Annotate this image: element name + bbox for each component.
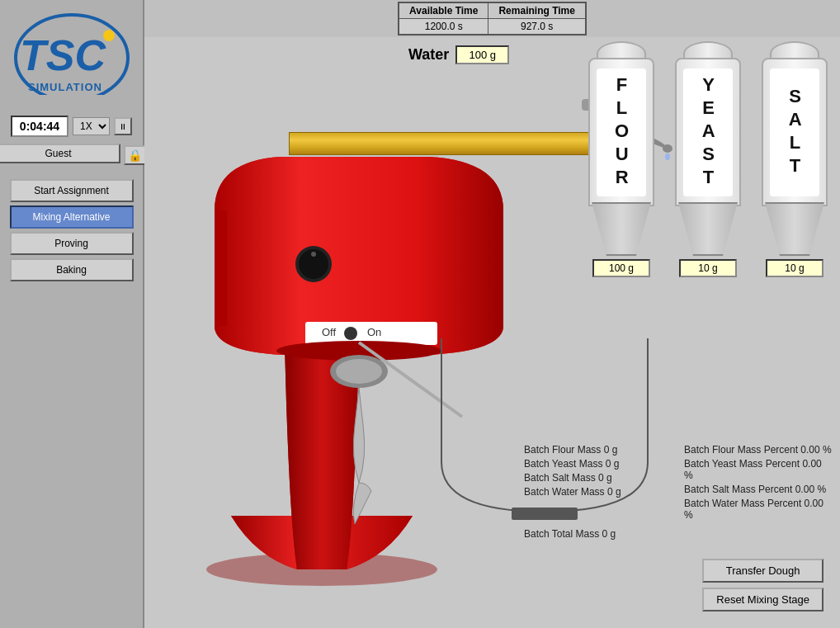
water-area: Water: [408, 45, 509, 64]
svg-text:SIMULATION: SIMULATION: [28, 81, 102, 93]
salt-canister: SALT: [757, 41, 832, 256]
yeast-canister: YEAST: [671, 41, 745, 256]
yeast-container: YEAST: [671, 41, 745, 277]
flour-container: FLOUR: [584, 41, 658, 277]
svg-point-13: [311, 252, 316, 257]
batch-salt-percent: Batch Salt Mass Percent 0.00 %: [684, 484, 832, 495]
salt-amount[interactable]: [766, 259, 823, 277]
yeast-canister-bottom: [671, 202, 745, 256]
salt-label: SALT: [785, 86, 805, 178]
nav-baking[interactable]: Baking: [10, 258, 134, 281]
timer-row: 0:04:44 1X 2X 4X ⏸: [11, 116, 132, 137]
yeast-label: YEAST: [698, 74, 718, 190]
salt-canister-bottom: [757, 202, 832, 256]
water-input[interactable]: [455, 45, 509, 64]
available-time-header: Available Time: [399, 2, 488, 19]
top-bar: Available Time Remaining Time 1200.0 s 9…: [144, 0, 840, 37]
batch-yeast-percent: Batch Yeast Mass Percent 0.00 %: [684, 458, 832, 481]
batch-total-mass: Batch Total Mass 0 g: [524, 528, 616, 540]
flour-canister: FLOUR: [584, 41, 658, 256]
timer-display: 0:04:44: [11, 116, 68, 137]
nav-start-assignment[interactable]: Start Assignment: [10, 179, 134, 202]
batch-water-mass: Batch Water Mass 0 g: [524, 486, 672, 498]
transfer-dough-button[interactable]: Transfer Dough: [702, 559, 823, 583]
remaining-time-header: Remaining Time: [488, 2, 586, 19]
pause-button[interactable]: ⏸: [114, 117, 132, 135]
yeast-amount[interactable]: [679, 259, 737, 277]
nav-proving[interactable]: Proving: [10, 232, 134, 255]
nav-mixing-alternative[interactable]: Mixing Alternative: [10, 205, 134, 229]
flour-canister-body: FLOUR: [588, 58, 654, 206]
batch-left-col: Batch Flour Mass 0 g Batch Yeast Mass 0 …: [524, 444, 672, 523]
sidebar: TSC SIMULATION 0:04:44 1X 2X 4X ⏸ Guest …: [0, 0, 144, 628]
reset-mixing-button[interactable]: Reset Mixing Stage: [702, 588, 823, 611]
svg-text:TSC: TSC: [20, 31, 106, 79]
logo-area: TSC SIMULATION: [10, 8, 134, 107]
water-label: Water: [408, 46, 449, 64]
action-buttons: Transfer Dough Reset Mixing Stage: [702, 559, 823, 611]
main-area: Water: [144, 37, 840, 628]
batch-yeast-mass: Batch Yeast Mass 0 g: [524, 458, 672, 470]
batch-info: Batch Flour Mass 0 g Batch Yeast Mass 0 …: [524, 444, 832, 545]
svg-point-2: [103, 30, 115, 41]
batch-flour-percent: Batch Flour Mass Percent 0.00 %: [684, 444, 832, 456]
flour-label: FLOUR: [611, 74, 631, 190]
ingredients-area: FLOUR YEAST: [584, 41, 832, 277]
salt-container: SALT: [757, 41, 832, 277]
svg-text:On: On: [367, 326, 381, 338]
svg-rect-18: [215, 210, 227, 326]
batch-right-col: Batch Flour Mass Percent 0.00 % Batch Ye…: [684, 444, 832, 523]
flour-canister-bottom: [584, 202, 658, 256]
salt-canister-body: SALT: [762, 58, 828, 206]
flour-amount[interactable]: [592, 259, 650, 277]
svg-point-16: [344, 327, 357, 340]
svg-text:Off: Off: [322, 326, 336, 338]
available-time-value: 1200.0 s: [399, 19, 488, 35]
speed-select[interactable]: 1X 2X 4X: [73, 117, 110, 135]
user-row: Guest 🔒: [0, 144, 147, 167]
user-button[interactable]: Guest: [0, 144, 120, 163]
yeast-canister-body: YEAST: [675, 58, 741, 206]
svg-point-21: [336, 359, 382, 384]
batch-salt-mass: Batch Salt Mass 0 g: [524, 472, 672, 484]
time-table: Available Time Remaining Time 1200.0 s 9…: [398, 2, 587, 35]
lock-button[interactable]: 🔒: [124, 145, 147, 165]
batch-flour-mass: Batch Flour Mass 0 g: [524, 444, 672, 456]
remaining-time-value: 927.0 s: [488, 19, 586, 35]
batch-water-percent: Batch Water Mass Percent 0.00 %: [684, 498, 832, 521]
